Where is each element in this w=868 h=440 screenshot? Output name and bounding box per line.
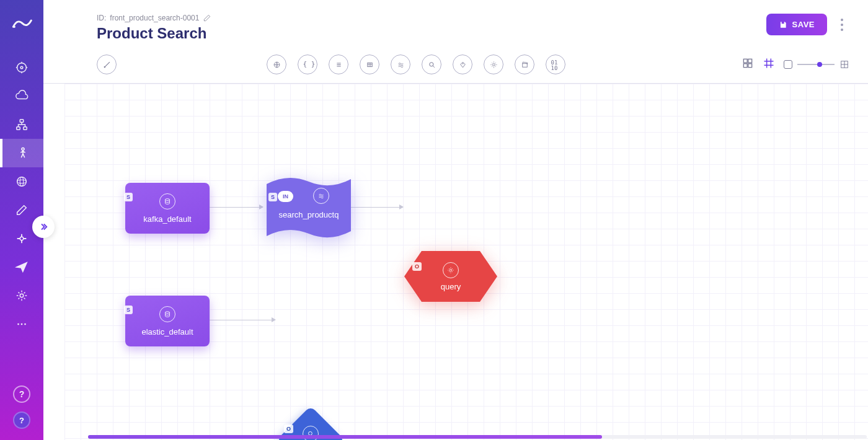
save-icon: [779, 20, 787, 29]
node-query[interactable]: O query: [404, 251, 497, 302]
zoom-slider[interactable]: [797, 64, 835, 65]
svg-rect-4: [17, 127, 20, 130]
nav-globe[interactable]: [0, 167, 43, 196]
svg-rect-22: [748, 59, 752, 63]
palette-clapper[interactable]: [515, 55, 534, 74]
nav-send[interactable]: [0, 253, 43, 281]
database-icon: [159, 193, 175, 209]
layout-grid-toggle[interactable]: [742, 57, 754, 72]
node-elastic[interactable]: S elastic_default: [125, 296, 210, 346]
svg-point-11: [20, 294, 24, 297]
node-query-label: query: [441, 282, 461, 291]
palette-search[interactable]: [422, 55, 441, 74]
canvas-viewport: S kafka_default S IN search_productq: [43, 84, 868, 440]
nav-more[interactable]: [0, 310, 43, 338]
svg-point-6: [22, 148, 24, 151]
gear-icon: [443, 262, 459, 278]
zoom-control[interactable]: [784, 59, 849, 69]
app-logo-icon: [11, 14, 32, 35]
edge-elastic-search: [208, 320, 275, 320]
edge-kafka-productq: [208, 207, 263, 208]
page-title: Product Search: [97, 25, 211, 42]
svg-rect-20: [522, 63, 527, 67]
draw-tool[interactable]: [97, 55, 117, 74]
zoom-in-icon[interactable]: [839, 59, 849, 69]
help-badge-icon[interactable]: ?: [13, 411, 30, 429]
node-productq[interactable]: S IN search_productq: [267, 173, 351, 241]
svg-point-1: [17, 63, 27, 73]
toolbar: { } 0110: [43, 51, 868, 84]
kebab-menu[interactable]: [835, 15, 849, 34]
palette-binary[interactable]: 0110: [546, 55, 565, 74]
snap-grid-toggle[interactable]: [763, 57, 775, 72]
node-elastic-port[interactable]: S: [124, 306, 133, 314]
svg-rect-21: [743, 59, 747, 63]
svg-point-19: [492, 63, 495, 66]
database-icon: [159, 306, 175, 322]
edge-productq-query: [348, 207, 403, 208]
svg-point-26: [166, 198, 170, 200]
svg-rect-3: [20, 120, 24, 123]
node-kafka-label: kafka_default: [143, 214, 191, 224]
zoom-out-icon[interactable]: [784, 60, 792, 69]
svg-rect-24: [748, 64, 752, 68]
nav-settings[interactable]: [0, 281, 43, 310]
svg-point-2: [20, 66, 23, 69]
save-button-label: SAVE: [792, 20, 815, 29]
svg-point-13: [21, 323, 23, 325]
svg-point-7: [17, 177, 27, 187]
palette-stream[interactable]: [391, 55, 410, 74]
node-productq-label: search_productq: [279, 210, 339, 219]
palette-braces[interactable]: { }: [298, 55, 317, 74]
svg-point-18: [462, 63, 463, 64]
svg-point-29: [309, 431, 312, 435]
svg-point-28: [166, 311, 170, 313]
header: ID: front_product_search-0001 Product Se…: [43, 0, 868, 51]
svg-rect-23: [743, 64, 747, 68]
svg-point-9: [20, 177, 24, 187]
node-kafka-port[interactable]: S: [124, 193, 133, 201]
palette-list[interactable]: [329, 55, 348, 74]
save-button[interactable]: SAVE: [766, 14, 827, 35]
nav-dashboard[interactable]: [0, 53, 43, 82]
nav-run[interactable]: [0, 139, 43, 167]
nav-tree[interactable]: [0, 110, 43, 139]
doc-id-label: ID:: [97, 14, 106, 22]
svg-point-17: [429, 62, 433, 66]
svg-point-0: [13, 26, 15, 28]
palette-globe[interactable]: [267, 55, 286, 74]
doc-id-value: front_product_search-0001: [110, 14, 199, 22]
palette-tag[interactable]: [453, 55, 472, 74]
svg-rect-16: [367, 63, 372, 66]
node-elastic-label: elastic_default: [141, 327, 193, 337]
pencil-icon[interactable]: [203, 14, 211, 22]
palette-gear[interactable]: [484, 55, 503, 74]
help-icon[interactable]: ?: [13, 385, 30, 403]
sidebar: ? ?: [0, 0, 43, 440]
svg-point-8: [17, 180, 27, 183]
palette-table[interactable]: [360, 55, 379, 74]
nav-cloud[interactable]: [0, 82, 43, 110]
canvas[interactable]: S kafka_default S IN search_productq: [64, 84, 868, 440]
svg-point-14: [24, 323, 26, 325]
svg-point-12: [17, 323, 19, 325]
svg-rect-5: [24, 127, 27, 130]
svg-point-27: [450, 269, 452, 271]
doc-id-row: ID: front_product_search-0001: [97, 14, 211, 22]
main-panel: ID: front_product_search-0001 Product Se…: [43, 0, 868, 440]
svg-point-10: [20, 237, 24, 240]
stream-icon: [313, 188, 329, 204]
node-kafka[interactable]: S kafka_default: [125, 183, 210, 234]
horizontal-scrollbar[interactable]: [88, 435, 867, 439]
